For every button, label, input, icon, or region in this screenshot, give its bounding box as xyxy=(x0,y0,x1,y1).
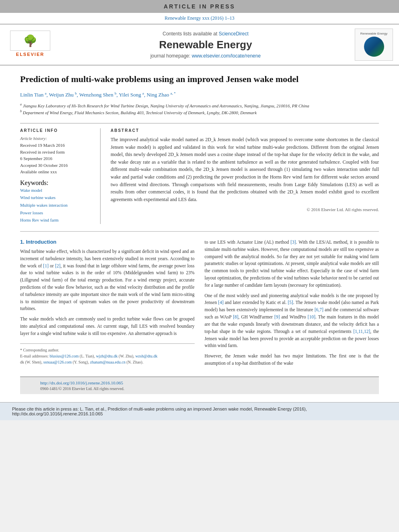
article-info-col: ARTICLE INFO Article history: Received 1… xyxy=(20,128,101,224)
keyword-5: Horns Rev wind farm xyxy=(20,216,94,224)
article-info-abstract: ARTICLE INFO Article history: Received 1… xyxy=(20,123,379,224)
journal-center: Contents lists available at ScienceDirec… xyxy=(62,31,349,59)
abstract-text: The improved analytical wake model named… xyxy=(111,136,379,203)
right-para-3: However, the Jensen wake model has two m… xyxy=(205,353,379,367)
footnotes-section: * Corresponding author. E-mail addresses… xyxy=(20,343,195,365)
body-content: 1. Introduction Wind turbine wake effect… xyxy=(20,239,379,370)
email-zhu[interactable]: wjzh@dtu.dk xyxy=(96,354,118,358)
homepage-label: journal homepage: xyxy=(150,53,190,59)
top-banner-text: ARTICLE IN PRESS xyxy=(164,3,235,10)
abstract-label: ABSTRACT xyxy=(111,128,379,133)
keyword-1: Wake model xyxy=(20,187,94,194)
header-section: 🌳 ELSEVIER Contents lists available at S… xyxy=(0,25,399,66)
elsevier-tree-box: 🌳 xyxy=(10,31,50,51)
intro-heading: 1. Introduction xyxy=(20,239,195,245)
body-left-col: 1. Introduction Wind turbine wake effect… xyxy=(20,239,195,370)
re-logo-circle-icon xyxy=(364,37,384,57)
affiliations: a Jiangsu Key Laboratory of Hi-Tech Rese… xyxy=(20,102,379,116)
authors-text: Linlin Tian a, Weijun Zhu b, Wenzhong Sh… xyxy=(20,92,176,98)
journal-info-text: Renewable Energy xxx (2016) 1–13 xyxy=(165,15,234,21)
received-line: Received 19 March 2016 xyxy=(20,142,94,149)
main-content: Prediction of multi-wake problems using … xyxy=(0,66,399,402)
article-info-label: ARTICLE INFO xyxy=(20,128,94,133)
homepage-link[interactable]: www.elsevier.com/locate/renene xyxy=(192,53,261,59)
available-line: Available online xxx xyxy=(20,168,94,175)
history-title: Article history: xyxy=(20,136,94,141)
right-para-2: One of the most widely used and pioneeri… xyxy=(205,292,379,350)
intro-para-2: The wake models which are commonly used … xyxy=(20,316,195,337)
journal-homepage: journal homepage: www.elsevier.com/locat… xyxy=(62,53,349,59)
bottom-bar: http://dx.doi.org/10.1016/j.renene.2016.… xyxy=(20,376,379,394)
abstract-col: ABSTRACT The improved analytical wake mo… xyxy=(111,128,379,224)
right-para-1: to use LES with Actuator Line (AL) metho… xyxy=(205,239,379,289)
re-logo-right: Renewable Energy xyxy=(349,29,393,61)
email-label: E-mail addresses: xyxy=(20,354,49,358)
footnote-emails: E-mail addresses: blusius@126.com (L. Ti… xyxy=(20,353,195,359)
citation-banner: Please cite this article in press as: L.… xyxy=(0,402,399,420)
affiliation-a: a Jiangsu Key Laboratory of Hi-Tech Rese… xyxy=(20,102,379,109)
citation-text: Please cite this article in press as: L.… xyxy=(12,407,307,416)
science-direct-text: Contents lists available at ScienceDirec… xyxy=(62,31,349,37)
rights-line: 0960-1481/© 2016 Elsevier Ltd. All right… xyxy=(40,386,359,391)
elsevier-tree-icon: 🌳 xyxy=(23,34,37,47)
page: ARTICLE IN PRESS Renewable Energy xxx (2… xyxy=(0,0,399,420)
intro-para-1: Wind turbine wake effect, which is chara… xyxy=(20,248,195,312)
email-zhao[interactable]: zhanam@nuaa.edu.cn xyxy=(90,360,125,364)
article-title: Prediction of multi-wake problems using … xyxy=(20,74,379,85)
journal-title-main: Renewable Energy xyxy=(62,39,349,51)
section-divider xyxy=(20,231,379,232)
email-tian[interactable]: blusius@126.com xyxy=(49,354,78,358)
doi-link[interactable]: http://dx.doi.org/10.1016/j.renene.2016.… xyxy=(40,380,359,385)
keyword-3: Multiple wakes interaction xyxy=(20,201,94,209)
authors: Linlin Tian a, Weijun Zhu b, Wenzhong Sh… xyxy=(20,91,379,98)
body-right-col: to use LES with Actuator Line (AL) metho… xyxy=(205,239,379,370)
footnote-corresponding: * Corresponding author. xyxy=(20,347,195,353)
keyword-2: Wind turbine wakes xyxy=(20,194,94,201)
elsevier-logo: 🌳 ELSEVIER xyxy=(6,31,62,59)
affiliation-b: b Department of Wind Energy, Fluid Mecha… xyxy=(20,109,379,116)
accepted-line: Accepted 30 October 2016 xyxy=(20,162,94,169)
revised-label: Received in revised form xyxy=(20,149,94,156)
email-song[interactable]: ssnuaa@126.com xyxy=(43,360,72,364)
footnote-emails-2: dk (W. Shen), ssnuaa@126.com (Y. Song), … xyxy=(20,359,195,365)
science-direct-link[interactable]: ScienceDirect xyxy=(219,31,249,37)
elsevier-wordmark: ELSEVIER xyxy=(16,52,44,57)
top-banner: ARTICLE IN PRESS xyxy=(0,0,399,13)
re-logo-label: Renewable Energy xyxy=(360,32,388,35)
article-history-group: Article history: Received 19 March 2016 … xyxy=(20,136,94,175)
sd-label: Contents lists available at xyxy=(162,31,217,37)
email-addresses: blusius@126.com (L. Tian), wjzh@dtu.dk (… xyxy=(49,354,157,358)
re-logo-box: Renewable Energy xyxy=(355,29,393,61)
doi-url[interactable]: http://dx.doi.org/10.1016/j.renene.2016.… xyxy=(40,380,123,385)
keyword-4: Power losses xyxy=(20,209,94,217)
copyright-line: © 2016 Elsevier Ltd. All rights reserved… xyxy=(111,207,379,212)
keywords-section: Keywords: Wake model Wind turbine wakes … xyxy=(20,179,94,224)
revised-date: 6 September 2016 xyxy=(20,155,94,162)
keywords-title: Keywords: xyxy=(20,179,94,187)
journal-info-bar: Renewable Energy xxx (2016) 1–13 xyxy=(0,13,399,25)
email-shen[interactable]: wzsh@dtu.dk xyxy=(135,354,157,358)
